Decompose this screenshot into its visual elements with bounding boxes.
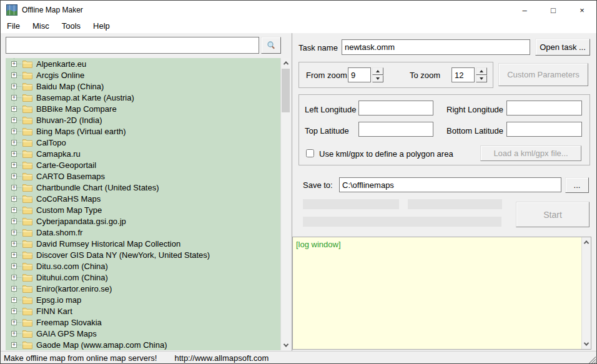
expand-plus-icon[interactable]: + — [11, 117, 17, 123]
tree-item[interactable]: + Gaode Map (www.amap.com China) — [6, 339, 280, 350]
menu-file[interactable]: File — [1, 19, 26, 33]
scroll-up-button[interactable] — [281, 58, 290, 68]
tree-item[interactable]: + Discover GIS Data NY (NewYork, United … — [6, 249, 280, 260]
bottom-latitude-input[interactable] — [506, 122, 582, 137]
expand-plus-icon[interactable]: + — [11, 140, 17, 145]
from-zoom-down-button[interactable] — [372, 75, 383, 82]
right-longitude-input[interactable] — [506, 101, 582, 116]
tree-item[interactable]: + GAIA GPS Maps — [6, 328, 280, 339]
tree-item[interactable]: + David Rumsey Historical Map Collection — [6, 238, 280, 249]
custom-parameters-button[interactable]: Custom Parameters — [498, 63, 588, 86]
expand-plus-icon[interactable]: + — [11, 286, 17, 292]
expand-plus-icon[interactable]: + — [11, 331, 17, 337]
tree-connector — [17, 232, 22, 233]
tree-item[interactable]: + Basemap.at Karte (Austria) — [6, 92, 280, 103]
tree-item-label: Alpenkarte.eu — [36, 59, 86, 69]
expand-plus-icon[interactable]: + — [11, 241, 17, 247]
tree-item[interactable]: + Chartbundle Chart (United States) — [6, 182, 280, 193]
minimize-button[interactable]: – — [510, 1, 539, 19]
tree-item[interactable]: + Bhuvan-2D (India) — [6, 114, 280, 125]
from-zoom-up-button[interactable] — [372, 67, 383, 75]
load-kml-button[interactable]: Load a kml/gpx file... — [480, 145, 581, 161]
to-zoom-down-button[interactable] — [476, 75, 487, 82]
expand-plus-icon[interactable]: + — [11, 151, 17, 157]
tree-item[interactable]: + Freemap Slovakia — [6, 317, 280, 328]
tree-item[interactable]: + Eniro(kartor.eniro.se) — [6, 283, 280, 294]
tree-item[interactable]: + CalTopo — [6, 137, 280, 148]
scroll-up-button[interactable] — [582, 237, 591, 247]
expand-plus-icon[interactable]: + — [11, 61, 17, 67]
expand-plus-icon[interactable]: + — [11, 275, 17, 280]
tree-item[interactable]: + BBBike Map Compare — [6, 103, 280, 114]
top-latitude-input[interactable] — [358, 122, 433, 137]
scrollbar-thumb[interactable] — [282, 69, 290, 112]
tree-item[interactable]: + Carte-Geoportail — [6, 159, 280, 170]
map-source-tree[interactable]: + Alpenkarte.eu + Arcgis Online + Baidu … — [6, 58, 280, 350]
tree-item[interactable]: + Arcgis Online — [6, 69, 280, 81]
log-scrollbar[interactable] — [581, 237, 591, 349]
tree-item[interactable]: + Data.shom.fr — [6, 227, 280, 238]
browse-button[interactable]: ... — [565, 177, 589, 193]
close-button[interactable]: × — [568, 1, 596, 19]
expand-plus-icon[interactable]: + — [11, 263, 17, 269]
save-to-label: Save to: — [303, 180, 333, 190]
open-task-button[interactable]: Open task ... — [535, 39, 590, 56]
tree-connector — [17, 199, 22, 199]
tree-item[interactable]: + Custom Map Type — [6, 204, 280, 215]
tree-item[interactable]: + Bing Maps (Virtual earth) — [6, 125, 280, 137]
expand-plus-icon[interactable]: + — [11, 95, 17, 101]
tree-scrollbar[interactable] — [280, 58, 290, 350]
tree-item[interactable]: + Cyberjapandata.gsi.go.jp — [6, 215, 280, 227]
expand-plus-icon[interactable]: + — [11, 106, 17, 112]
from-zoom-input[interactable] — [348, 67, 371, 82]
menu-misc[interactable]: Misc — [26, 19, 56, 33]
to-zoom-input[interactable] — [451, 67, 475, 82]
log-window[interactable]: [log window] — [292, 237, 591, 350]
tree-item[interactable]: + CoCoRaHS Maps — [6, 193, 280, 204]
expand-plus-icon[interactable]: + — [11, 72, 17, 78]
tree-connector — [17, 109, 22, 109]
expand-plus-icon[interactable]: + — [11, 308, 17, 314]
scroll-down-button[interactable] — [582, 339, 591, 349]
start-button[interactable]: Start — [516, 202, 590, 227]
expand-plus-icon[interactable]: + — [11, 162, 17, 168]
expand-plus-icon[interactable]: + — [11, 252, 17, 258]
maximize-button[interactable]: □ — [539, 1, 568, 19]
use-kml-checkbox[interactable] — [306, 149, 314, 157]
tree-item[interactable]: + Baidu Map (China) — [6, 81, 280, 92]
expand-plus-icon[interactable]: + — [11, 174, 17, 179]
progress-bar-total — [303, 217, 501, 227]
tree-item[interactable]: + Camapka.ru — [6, 148, 280, 159]
tree-item[interactable]: + CARTO Basemaps — [6, 170, 280, 182]
tree-connector — [17, 210, 22, 210]
resize-grip[interactable] — [588, 355, 596, 363]
tree-item[interactable]: + Dituhui.com (China) — [6, 272, 280, 283]
expand-plus-icon[interactable]: + — [11, 297, 17, 303]
to-zoom-up-button[interactable] — [476, 67, 487, 75]
tree-item[interactable]: + Epsg.io map — [6, 294, 280, 305]
left-longitude-input[interactable] — [358, 101, 433, 116]
expand-plus-icon[interactable]: + — [11, 196, 17, 202]
expand-plus-icon[interactable]: + — [11, 320, 17, 325]
expand-plus-icon[interactable]: + — [11, 207, 17, 213]
search-input[interactable] — [6, 37, 259, 54]
log-text: [log window] — [296, 240, 341, 249]
expand-plus-icon[interactable]: + — [11, 84, 17, 89]
scroll-down-button[interactable] — [281, 340, 290, 350]
task-name-input[interactable] — [342, 39, 530, 55]
menu-help[interactable]: Help — [87, 19, 116, 33]
tree-item[interactable]: + FINN Kart — [6, 305, 280, 317]
search-button[interactable] — [261, 37, 281, 54]
tree-item[interactable]: + Alpenkarte.eu — [6, 58, 280, 69]
save-path-input[interactable] — [339, 177, 561, 192]
menu-tools[interactable]: Tools — [56, 19, 87, 33]
expand-plus-icon[interactable]: + — [11, 342, 17, 348]
expand-plus-icon[interactable]: + — [11, 129, 17, 134]
tree-item[interactable]: + Ditu.so.com (China) — [6, 260, 280, 272]
expand-plus-icon[interactable]: + — [11, 230, 17, 235]
expand-plus-icon[interactable]: + — [11, 219, 17, 224]
tree-item-label: Data.shom.fr — [36, 228, 82, 237]
expand-plus-icon[interactable]: + — [11, 185, 17, 190]
folder-icon — [22, 82, 32, 91]
tree-item-label: CoCoRaHS Maps — [36, 194, 101, 204]
